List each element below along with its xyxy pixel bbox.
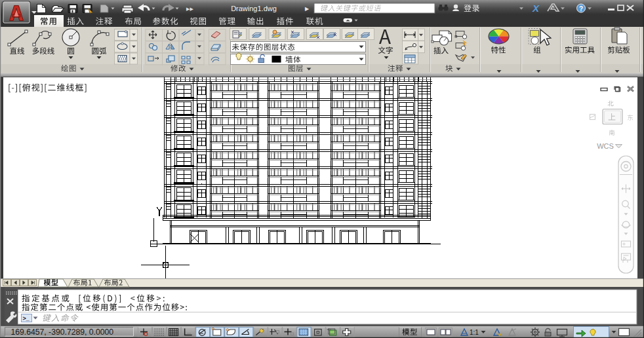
svg-text:?: ? bbox=[579, 5, 583, 12]
svg-text:169.6457, -390.7289, 0.0000: 169.6457, -390.7289, 0.0000 bbox=[11, 328, 114, 337]
svg-text:▶▶: ▶▶ bbox=[186, 7, 193, 11]
svg-text:WCS: WCS bbox=[597, 142, 614, 150]
svg-text:X: X bbox=[532, 3, 540, 14]
svg-text:▶: ▶ bbox=[305, 6, 310, 12]
svg-text:1:1: 1:1 bbox=[470, 329, 479, 336]
svg-text:>_: >_ bbox=[23, 315, 30, 322]
svg-text:Drawing1.dwg: Drawing1.dwg bbox=[231, 5, 277, 12]
